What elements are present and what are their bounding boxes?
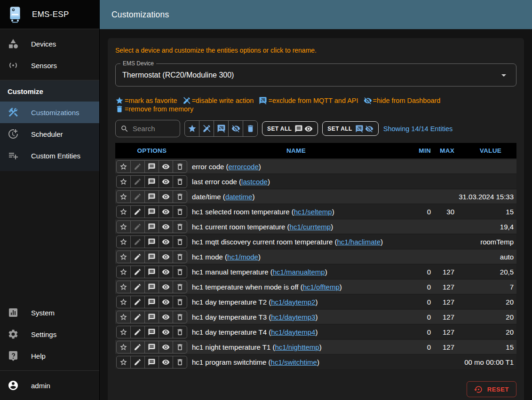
sidebar-item-help[interactable]: Help [0, 345, 99, 367]
entity-link[interactable]: hc1/daytemp2 [271, 298, 315, 306]
remove-button[interactable] [173, 281, 187, 293]
rename-button[interactable] [130, 175, 145, 188]
remove-button[interactable] [173, 311, 187, 323]
entity-link[interactable]: hc1/haclimate [337, 238, 381, 246]
favorite-button[interactable] [116, 281, 131, 293]
rename-button[interactable] [130, 205, 145, 218]
search-input[interactable] [133, 125, 175, 133]
mqtt-exclude-button[interactable] [144, 205, 159, 218]
sidebar-item-sensors[interactable]: Sensors [0, 55, 99, 76]
favorite-button[interactable] [116, 190, 131, 203]
visibility-button[interactable] [159, 251, 173, 263]
mqtt-exclude-button[interactable] [144, 251, 159, 263]
entity-name[interactable]: hc1 night temperature T1 (hc1/nighttemp) [189, 343, 404, 351]
filter-removed-button[interactable] [243, 120, 258, 137]
remove-button[interactable] [173, 235, 187, 248]
entity-link[interactable]: hc1/manualtemp [273, 268, 325, 276]
entity-name[interactable]: hc1 current room temperature (hc1/currte… [189, 223, 404, 231]
ems-device-select[interactable]: EMS Device Thermostat (RC20/Moduline 300… [115, 63, 516, 86]
sidebar-item-admin[interactable]: admin [0, 375, 99, 396]
entity-name[interactable]: last error code (lastcode) [189, 178, 404, 186]
visibility-button[interactable] [159, 311, 173, 323]
mqtt-exclude-button[interactable] [144, 235, 159, 248]
visibility-button[interactable] [159, 356, 173, 369]
filter-hidden-button[interactable] [228, 120, 243, 137]
favorite-button[interactable] [116, 311, 131, 323]
remove-button[interactable] [173, 220, 187, 233]
favorite-button[interactable] [116, 341, 131, 353]
rename-button[interactable] [130, 326, 145, 338]
sidebar-item-devices[interactable]: Devices [0, 33, 99, 55]
favorite-button[interactable] [116, 175, 131, 188]
rename-button[interactable] [130, 296, 145, 308]
entity-link[interactable]: hc1/currtemp [290, 223, 331, 231]
visibility-button[interactable] [159, 341, 173, 353]
mqtt-exclude-button[interactable] [144, 160, 159, 173]
mqtt-exclude-button[interactable] [144, 296, 159, 308]
entity-link[interactable]: datetime [225, 193, 253, 201]
mqtt-exclude-button[interactable] [144, 281, 159, 293]
remove-button[interactable] [173, 266, 187, 278]
mqtt-exclude-button[interactable] [144, 311, 159, 323]
filter-favorite-button[interactable] [184, 120, 199, 137]
entity-link[interactable]: hc1/nighttemp [275, 343, 319, 351]
sidebar-item-system[interactable]: System [0, 302, 99, 323]
favorite-button[interactable] [116, 220, 131, 233]
entity-link[interactable]: hc1/mode [227, 253, 258, 261]
mqtt-exclude-button[interactable] [144, 326, 159, 338]
sidebar-item-scheduler[interactable]: Scheduler [0, 123, 99, 145]
entity-name[interactable]: hc1 mode (hc1/mode) [189, 253, 404, 261]
favorite-button[interactable] [116, 266, 131, 278]
filter-mqtt-excluded-button[interactable] [214, 120, 229, 137]
rename-button[interactable] [130, 341, 145, 353]
filter-readonly-button[interactable] [199, 120, 214, 137]
favorite-button[interactable] [116, 160, 131, 173]
entity-link[interactable]: lastcode [241, 178, 268, 186]
entity-name[interactable]: hc1 mqtt discovery current room temperat… [189, 238, 404, 246]
mqtt-exclude-button[interactable] [144, 190, 159, 203]
entity-name[interactable]: date/time (datetime) [189, 193, 404, 201]
favorite-button[interactable] [116, 251, 131, 263]
entity-name[interactable]: hc1 day temperature T3 (hc1/daytemp3) [189, 313, 404, 321]
rename-button[interactable] [130, 235, 145, 248]
rename-button[interactable] [130, 356, 145, 369]
entity-link[interactable]: hc1/offtemp [303, 283, 340, 291]
set-all-button-2[interactable]: SET ALL [322, 121, 378, 136]
favorite-button[interactable] [116, 296, 131, 308]
remove-button[interactable] [173, 175, 187, 188]
reset-button[interactable]: RESET [467, 381, 516, 397]
visibility-button[interactable] [159, 160, 173, 173]
entity-name[interactable]: error code (errorcode) [189, 163, 404, 171]
entity-link[interactable]: hc1/daytemp4 [271, 328, 315, 336]
visibility-button[interactable] [159, 235, 173, 248]
visibility-button[interactable] [159, 326, 173, 338]
favorite-button[interactable] [116, 326, 131, 338]
rename-button[interactable] [130, 266, 145, 278]
visibility-button[interactable] [159, 205, 173, 218]
entity-name[interactable]: hc1 day temperature T4 (hc1/daytemp4) [189, 328, 404, 336]
mqtt-exclude-button[interactable] [144, 356, 159, 369]
remove-button[interactable] [173, 326, 187, 338]
rename-button[interactable] [130, 311, 145, 323]
remove-button[interactable] [173, 296, 187, 308]
rename-button[interactable] [130, 220, 145, 233]
sidebar-item-custom-entities[interactable]: Custom Entities [0, 145, 99, 166]
visibility-button[interactable] [159, 175, 173, 188]
remove-button[interactable] [173, 160, 187, 173]
entity-link[interactable]: errorcode [229, 163, 259, 171]
entity-name[interactable]: hc1 selected room temperature (hc1/selte… [189, 208, 404, 216]
remove-button[interactable] [173, 205, 187, 218]
remove-button[interactable] [173, 251, 187, 263]
entity-name[interactable]: hc1 day temperature T2 (hc1/daytemp2) [189, 298, 404, 306]
remove-button[interactable] [173, 356, 187, 369]
favorite-button[interactable] [116, 205, 131, 218]
rename-button[interactable] [130, 281, 145, 293]
entity-link[interactable]: hc1/daytemp3 [271, 313, 315, 321]
entity-name[interactable]: hc1 program switchtime (hc1/switchtime) [189, 358, 404, 366]
mqtt-exclude-button[interactable] [144, 220, 159, 233]
visibility-button[interactable] [159, 296, 173, 308]
remove-button[interactable] [173, 341, 187, 353]
mqtt-exclude-button[interactable] [144, 266, 159, 278]
set-all-button-1[interactable]: SET ALL [262, 121, 318, 136]
remove-button[interactable] [173, 190, 187, 203]
